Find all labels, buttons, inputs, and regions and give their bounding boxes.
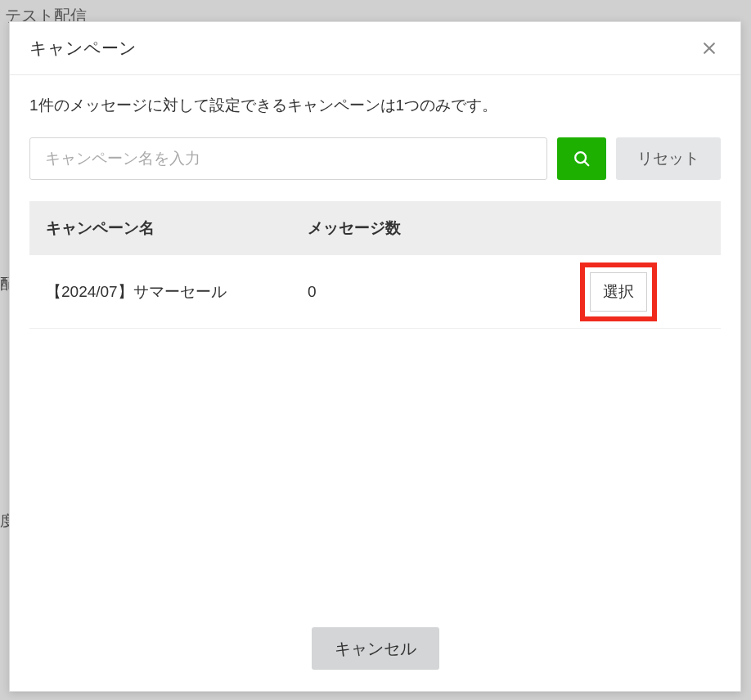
table-row: 【2024/07】サマーセール 0 選択 — [29, 255, 721, 329]
svg-line-3 — [584, 161, 588, 165]
cancel-button[interactable]: キャンセル — [312, 627, 439, 670]
modal-header: キャンペーン — [10, 22, 740, 75]
header-message-count: メッセージ数 — [308, 218, 520, 239]
modal-body: 1件のメッセージに対して設定できるキャンペーンは1つのみです。 リセット キャン… — [10, 75, 740, 609]
modal-footer: キャンセル — [10, 609, 740, 691]
row-message-count: 0 — [308, 283, 520, 301]
modal-title: キャンペーン — [29, 37, 137, 60]
select-button[interactable]: 選択 — [590, 272, 647, 312]
search-button[interactable] — [557, 137, 606, 180]
campaign-modal: キャンペーン 1件のメッセージに対して設定できるキャンペーンは1つのみです。 リ… — [9, 21, 741, 692]
row-campaign-name: 【2024/07】サマーセール — [29, 281, 308, 303]
table-header: キャンペーン名 メッセージ数 — [29, 201, 721, 255]
search-icon — [573, 150, 591, 168]
campaign-search-input[interactable] — [29, 137, 547, 180]
close-icon — [701, 40, 717, 56]
info-text: 1件のメッセージに対して設定できるキャンペーンは1つのみです。 — [29, 95, 721, 116]
reset-button[interactable]: リセット — [616, 137, 721, 180]
highlight-box: 選択 — [580, 262, 657, 321]
header-campaign-name: キャンペーン名 — [29, 218, 308, 239]
search-row: リセット — [29, 137, 721, 180]
campaign-table: キャンペーン名 メッセージ数 【2024/07】サマーセール 0 選択 — [29, 201, 721, 329]
close-button[interactable] — [698, 37, 721, 60]
